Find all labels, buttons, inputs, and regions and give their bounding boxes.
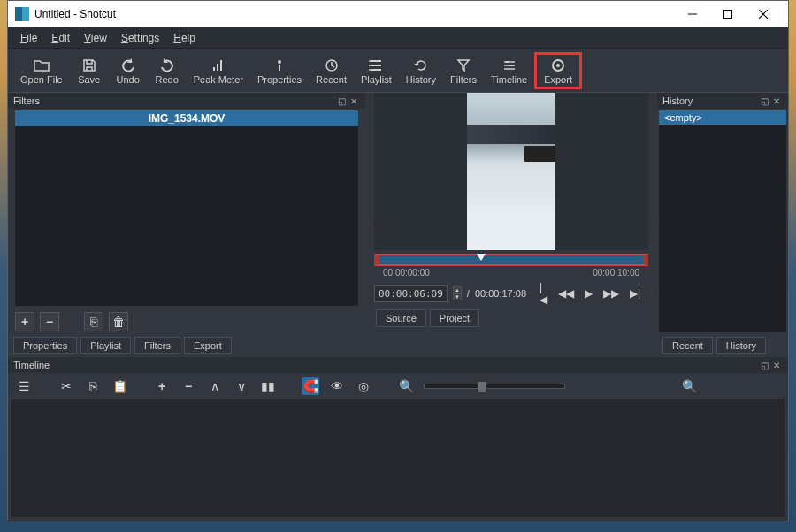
- properties-icon: [272, 57, 287, 74]
- playhead-icon[interactable]: [477, 254, 486, 261]
- menu-edit[interactable]: Edit: [44, 32, 77, 44]
- timeline-title: Timeline: [13, 360, 50, 370]
- timeline-header: Timeline ◱ ✕: [8, 357, 788, 373]
- paste-filter-button[interactable]: 🗑: [109, 312, 128, 331]
- timecode-stepper[interactable]: ▲▼: [453, 286, 462, 300]
- panel-close-icon[interactable]: ✕: [770, 359, 783, 371]
- app-window: Untitled - Shotcut FileEditViewSettingsH…: [7, 0, 789, 521]
- panel-detach-icon[interactable]: ◱: [335, 95, 348, 107]
- tab-project[interactable]: Project: [430, 309, 479, 327]
- undo-label: Undo: [117, 74, 140, 85]
- tab-history[interactable]: History: [716, 337, 766, 354]
- redo-icon: [160, 57, 174, 74]
- fast-forward-button[interactable]: ▶▶: [601, 287, 622, 300]
- tab-source[interactable]: Source: [376, 309, 426, 327]
- history-label: History: [406, 74, 436, 85]
- filters-list[interactable]: IMG_1534.MOV: [15, 110, 358, 306]
- cut-icon[interactable]: ✂: [57, 377, 75, 395]
- zoom-out-icon[interactable]: 🔍: [397, 377, 415, 395]
- play-button[interactable]: ▶: [582, 287, 595, 300]
- panel-close-icon[interactable]: ✕: [348, 95, 360, 107]
- tab-export[interactable]: Export: [184, 337, 232, 354]
- panel-close-icon[interactable]: ✕: [770, 95, 783, 107]
- remove-icon[interactable]: −: [180, 377, 197, 395]
- rewind-button[interactable]: ◀◀: [555, 287, 577, 300]
- filters-header: Filters ◱ ✕: [8, 93, 365, 109]
- paste-icon[interactable]: 📋: [111, 377, 128, 395]
- history-item[interactable]: <empty>: [659, 110, 786, 125]
- panel-detach-icon[interactable]: ◱: [758, 359, 770, 371]
- properties-button[interactable]: Properties: [250, 55, 309, 87]
- duration-separator: /: [467, 288, 470, 299]
- current-time[interactable]: 00:00:06:09: [374, 285, 448, 302]
- export-button[interactable]: Export: [534, 52, 582, 89]
- snap-icon[interactable]: 🧲: [302, 377, 319, 395]
- scrub-bar[interactable]: [374, 254, 648, 266]
- menu-icon[interactable]: ☰: [15, 377, 33, 395]
- close-button[interactable]: [746, 4, 781, 25]
- open-file-icon: [34, 57, 50, 74]
- tab-filters[interactable]: Filters: [134, 337, 180, 354]
- svg-rect-4: [213, 67, 215, 71]
- tab-recent[interactable]: Recent: [662, 337, 713, 354]
- history-tabs: Recent History: [657, 334, 788, 357]
- maximize-button[interactable]: [710, 4, 746, 25]
- timeline-icon: [502, 57, 517, 74]
- svg-point-7: [278, 60, 281, 64]
- redo-button[interactable]: Redo: [148, 55, 187, 87]
- svg-rect-5: [217, 64, 218, 71]
- minimize-button[interactable]: [675, 4, 710, 25]
- tab-playlist[interactable]: Playlist: [80, 337, 131, 354]
- preview-tabs: Source Project: [371, 307, 652, 330]
- add-filter-button[interactable]: +: [15, 312, 34, 331]
- peak-meter-button[interactable]: Peak Meter: [187, 55, 250, 87]
- preview-canvas[interactable]: [374, 93, 648, 250]
- undo-button[interactable]: Undo: [109, 55, 148, 87]
- history-button[interactable]: History: [399, 55, 443, 87]
- history-panel: History ◱ ✕ <empty> Recent History: [657, 93, 788, 357]
- panel-detach-icon[interactable]: ◱: [758, 95, 770, 107]
- history-title: History: [662, 95, 693, 106]
- recent-label: Recent: [316, 74, 347, 85]
- recent-button[interactable]: Recent: [309, 55, 354, 87]
- playlist-button[interactable]: Playlist: [354, 55, 399, 87]
- redo-label: Redo: [156, 74, 179, 85]
- copy-icon[interactable]: ⎘: [84, 377, 102, 395]
- save-button[interactable]: Save: [70, 55, 109, 87]
- skip-start-button[interactable]: |◀: [537, 281, 550, 306]
- tab-properties[interactable]: Properties: [13, 337, 77, 354]
- filter-item[interactable]: IMG_1534.MOV: [15, 110, 358, 126]
- ripple-icon[interactable]: ◎: [355, 377, 372, 395]
- split-icon[interactable]: ▮▮: [259, 377, 277, 395]
- history-list[interactable]: <empty>: [659, 110, 786, 332]
- menu-settings[interactable]: Settings: [114, 32, 166, 44]
- zoom-in-icon[interactable]: 🔍: [680, 377, 698, 395]
- open-file-button[interactable]: Open File: [13, 55, 70, 87]
- properties-label: Properties: [257, 74, 302, 85]
- zoom-handle[interactable]: [478, 381, 486, 393]
- append-icon[interactable]: +: [153, 377, 171, 395]
- menu-view[interactable]: View: [77, 32, 114, 44]
- recent-icon: [325, 57, 339, 74]
- menu-file[interactable]: File: [13, 32, 44, 44]
- filters-button[interactable]: Filters: [443, 55, 484, 87]
- timeline-button[interactable]: Timeline: [484, 55, 534, 87]
- window-title: Untitled - Shotcut: [34, 8, 116, 20]
- scrub-preview-icon[interactable]: 👁: [328, 377, 346, 395]
- copy-filter-button[interactable]: ⎘: [84, 312, 103, 331]
- remove-filter-button[interactable]: −: [40, 312, 59, 331]
- overwrite-icon[interactable]: ∨: [233, 377, 250, 395]
- filters-toolbar: + − ⎘ 🗑: [8, 309, 365, 334]
- lift-icon[interactable]: ∧: [206, 377, 224, 395]
- svg-point-12: [369, 69, 371, 71]
- zoom-slider[interactable]: [424, 384, 565, 389]
- filters-title: Filters: [13, 95, 40, 106]
- svg-rect-8: [279, 65, 280, 71]
- video-preview: [467, 93, 555, 250]
- timeline-tracks[interactable]: [11, 399, 785, 517]
- open-file-label: Open File: [20, 74, 63, 85]
- history-icon: [414, 57, 428, 74]
- skip-end-button[interactable]: ▶|: [627, 287, 643, 300]
- timeline-toolbar: ☰ ✂ ⎘ 📋 + − ∧ ∨ ▮▮ 🧲 👁 ◎ 🔍 🔍: [8, 373, 788, 399]
- menu-help[interactable]: Help: [166, 32, 203, 44]
